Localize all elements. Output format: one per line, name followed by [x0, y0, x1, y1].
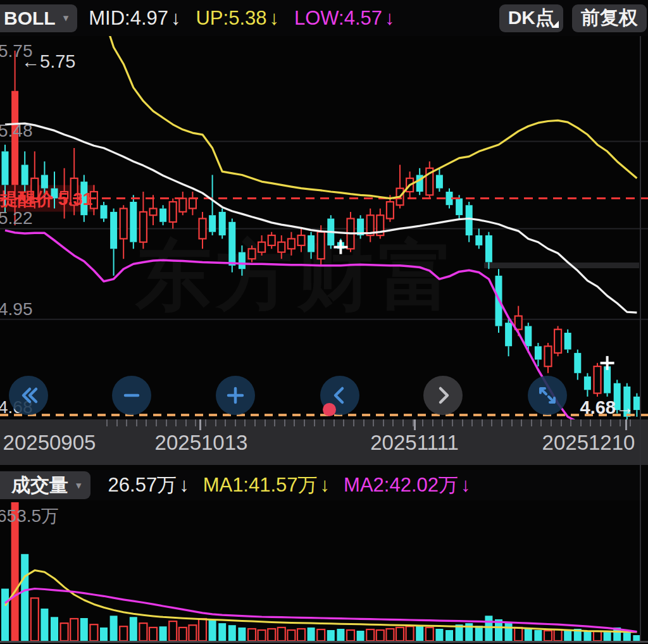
candle: [387, 202, 394, 219]
axis-tick: [323, 419, 325, 426]
axis-tick: [561, 419, 562, 426]
volume-bar: [179, 628, 187, 641]
volume-bar: [149, 628, 157, 641]
volume-chart[interactable]: 653.5万: [0, 500, 648, 641]
volume-bar: [377, 630, 384, 641]
volume-bar: [209, 620, 216, 641]
down-arrow-icon: ↓: [320, 474, 330, 496]
candle: [308, 235, 315, 252]
volume-bar: [366, 629, 374, 641]
volume-bar: [228, 625, 236, 641]
volume-bar: [435, 629, 443, 641]
candle: [209, 215, 216, 232]
zoom-in-button[interactable]: [216, 376, 255, 415]
date-axis[interactable]: 20250905202510132025111120251210: [0, 419, 648, 465]
candle: [22, 165, 28, 185]
zoom-out-button[interactable]: [112, 376, 151, 415]
candle: [594, 366, 601, 393]
volume-bar: [514, 628, 522, 641]
volume-bar: [199, 619, 206, 641]
axis-tick: [471, 419, 473, 426]
axis-tick: [452, 419, 453, 426]
dk-point-button[interactable]: DK点: [499, 4, 563, 32]
candle: [604, 366, 611, 393]
price-axis-label: 4.95: [0, 299, 33, 319]
volume-bar: [446, 630, 453, 641]
axis-tick: [590, 419, 591, 426]
axis-tick: [166, 419, 167, 426]
volume-bar: [1, 589, 9, 641]
next-button[interactable]: [423, 376, 463, 415]
axis-tick: [136, 419, 137, 426]
volume-bar: [258, 630, 266, 641]
volume-bar: [297, 629, 305, 641]
candle: [535, 346, 542, 359]
axis-tick: [304, 419, 305, 426]
axis-tick: [422, 419, 423, 426]
volume-bar: [604, 632, 611, 641]
axis-tick: [373, 419, 374, 426]
axis-tick: [333, 419, 335, 426]
volume-ma2-value: MA2:42.02万↓: [344, 472, 470, 498]
candlestick-chart[interactable]: 东方财富5.755.485.224.954.68←5.75提醒价 5.314.6…: [0, 36, 648, 419]
axis-tick-major: [199, 419, 201, 430]
axis-tick: [146, 419, 147, 426]
boll-low-value: LOW:4.57↓: [294, 7, 395, 30]
axis-tick: [600, 419, 601, 426]
axis-tick: [185, 419, 187, 426]
candle: [485, 235, 492, 263]
watermark-bar: [484, 263, 639, 268]
axis-tick: [284, 419, 285, 426]
volume-scale-label: 653.5万: [0, 506, 59, 526]
axis-tick: [630, 419, 631, 426]
volume-bar: [139, 623, 147, 641]
last-price-annotation: 4.68→: [580, 397, 634, 418]
candle: [436, 175, 443, 189]
volume-toolbar: 成交量 ▾ 26.57万↓ MA1:41.57万↓ MA2:42.02万↓: [0, 470, 648, 500]
volume-bar: [21, 554, 28, 641]
indicator-selector-button[interactable]: BOLL ▾: [0, 4, 77, 32]
axis-tick: [580, 419, 582, 426]
volume-bar: [594, 631, 601, 641]
volume-bar: [31, 598, 39, 641]
chevron-right-icon: [432, 385, 454, 406]
volume-bar: [386, 629, 394, 641]
axis-tick: [314, 419, 315, 426]
volume-bar: [238, 628, 246, 641]
boll-upper-line: [104, 36, 637, 199]
volume-indicator-button[interactable]: 成交量 ▾: [0, 471, 90, 499]
volume-bar: [396, 628, 404, 641]
candle: [199, 219, 206, 239]
axis-tick: [265, 419, 266, 426]
volume-bar: [406, 626, 414, 641]
axis-tick: [116, 419, 118, 426]
volume-bar: [327, 630, 335, 641]
volume-bar: [80, 618, 88, 641]
candle: [258, 242, 265, 252]
candle: [228, 222, 235, 266]
pane-bottom-border: [0, 641, 648, 643]
axis-tick: [491, 419, 492, 426]
candle: [584, 376, 591, 390]
minus-icon: [121, 385, 142, 406]
axis-tick-major: [414, 419, 416, 430]
volume-bar: [90, 624, 97, 641]
axis-tick: [126, 419, 127, 426]
axis-tick: [462, 419, 463, 426]
fast-backward-button[interactable]: [9, 376, 48, 415]
volume-bar: [189, 625, 196, 641]
volume-current-value: 26.57万↓: [108, 472, 189, 498]
candle: [554, 330, 561, 353]
axis-tick: [205, 419, 206, 426]
adjust-mode-button[interactable]: 前复权: [572, 4, 647, 32]
fullscreen-button[interactable]: [528, 376, 567, 415]
volume-bar: [426, 628, 433, 641]
volume-bar: [169, 621, 177, 641]
chevron-down-icon: ▾: [76, 479, 82, 492]
candle: [456, 199, 463, 216]
volume-bar: [564, 630, 571, 641]
volume-bar: [51, 617, 58, 641]
axis-tick: [225, 419, 226, 426]
volume-bar: [130, 617, 137, 641]
axis-tick: [195, 419, 196, 426]
